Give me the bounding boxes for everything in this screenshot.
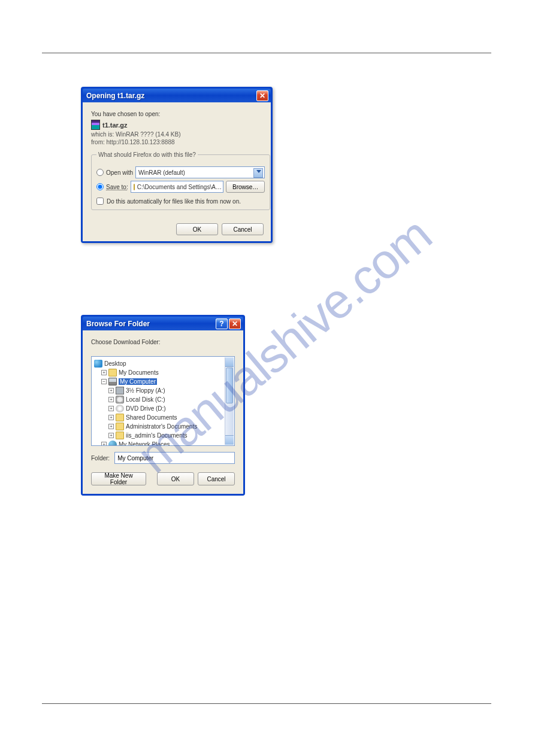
cancel-button[interactable]: Cancel [198,472,235,485]
ok-button[interactable]: OK [157,472,194,485]
save-to-label: Save to: [106,184,128,190]
folder-icon [108,369,117,377]
tree-item-iis[interactable]: + iis_admin's Documents [94,431,234,440]
folder-icon [134,184,135,190]
browse-button[interactable]: Browse… [226,181,265,193]
browse-dialog-footer: Make New Folder OK Cancel [91,472,235,485]
tree-label: Shared Documents [126,414,177,421]
top-rule [42,53,491,53]
close-icon[interactable]: ✕ [229,318,241,329]
tree-label: DVD Drive (D:) [126,405,166,412]
rar-archive-icon [91,120,100,130]
tree-item-network[interactable]: + My Network Places [94,440,234,446]
auto-checkbox[interactable] [96,198,104,205]
save-to-path[interactable]: C:\Documents and Settings\A… [131,181,223,193]
close-icon[interactable]: ✕ [256,90,268,101]
chosen-text: You have chosen to open: [91,111,262,117]
tree-label: Desktop [104,360,126,367]
folder-name-row: Folder: [91,452,235,464]
bottom-rule [42,703,491,704]
opening-dialog-body: You have chosen to open: t1.tar.gz which… [83,102,271,217]
tree-label: 3½ Floppy (A:) [126,387,165,394]
folder-icon [116,432,124,439]
open-with-radio[interactable] [96,169,104,176]
tree-label: iis_admin's Documents [126,432,188,439]
dvd-icon [116,405,124,412]
cancel-button[interactable]: Cancel [222,223,264,235]
opening-dialog: Opening t1.tar.gz ✕ You have chosen to o… [81,87,273,243]
action-fieldset: What should Firefox do with this file? O… [91,151,270,210]
tree-item-shared[interactable]: + Shared Documents [94,413,234,422]
tree-item-dvd[interactable]: + DVD Drive (D:) [94,404,234,413]
expand-icon[interactable]: + [108,433,114,438]
expand-icon[interactable]: + [108,424,114,429]
folder-tree[interactable]: Desktop + My Documents − My Computer + 3… [91,356,235,446]
folder-input[interactable] [114,452,235,464]
expand-icon[interactable]: + [108,388,114,393]
tree-label: My Documents [119,369,159,376]
tree-item-admin[interactable]: + Administrator's Documents [94,422,234,431]
disk-icon [116,396,124,403]
tree-label: My Computer [119,378,157,385]
browse-dialog-title: Browse For Folder [86,320,216,328]
expand-icon[interactable]: + [108,397,114,402]
tree-item-floppy[interactable]: + 3½ Floppy (A:) [94,386,234,395]
expand-icon[interactable]: + [108,415,114,420]
help-icon[interactable]: ? [216,318,228,329]
folder-label: Folder: [91,455,110,462]
which-is-text: which is: WinRAR ???? (14.4 KB) [91,131,262,138]
browse-folder-dialog: Browse For Folder ? ✕ Choose Download Fo… [81,315,245,496]
browse-dialog-body: Choose Download Folder: Desktop + My Doc… [83,330,243,494]
tree-item-localdisk[interactable]: + Local Disk (C:) [94,395,234,404]
save-to-radio[interactable] [96,183,104,190]
opening-dialog-titlebar[interactable]: Opening t1.tar.gz ✕ [83,89,271,102]
from-text: from: http://10.128.10.123:8888 [91,139,262,145]
folder-icon [116,414,124,421]
open-with-value: WinRAR (default) [138,169,185,176]
tree-item-desktop[interactable]: Desktop [94,359,234,368]
action-legend: What should Firefox do with this file? [96,151,198,158]
expand-icon[interactable]: + [108,406,114,411]
open-with-combo[interactable]: WinRAR (default) [135,166,265,178]
tree-scrollbar[interactable] [225,357,234,445]
browse-dialog-titlebar[interactable]: Browse For Folder ? ✕ [83,317,243,330]
auto-row: Do this automatically for files like thi… [96,198,265,205]
filename-row: t1.tar.gz [91,120,262,130]
floppy-icon [116,387,124,394]
collapse-icon[interactable]: − [101,379,107,384]
browse-subtitle: Choose Download Folder: [91,339,235,345]
make-new-folder-button[interactable]: Make New Folder [91,472,146,485]
open-with-label: Open with [106,169,133,176]
network-icon [108,441,117,446]
computer-icon [108,378,117,385]
opening-dialog-footer: OK Cancel [83,217,271,241]
tree-label: Administrator's Documents [126,423,197,430]
chevron-down-icon [256,170,261,173]
opening-dialog-title: Opening t1.tar.gz [86,92,256,100]
filename-text: t1.tar.gz [102,122,128,129]
tree-item-mydocs[interactable]: + My Documents [94,368,234,377]
save-to-row: Save to: C:\Documents and Settings\A… Br… [96,181,265,193]
expand-icon[interactable]: + [101,442,107,446]
open-with-row: Open with WinRAR (default) [96,166,265,178]
auto-label: Do this automatically for files like thi… [107,198,241,205]
tree-label: My Network Places [119,441,170,446]
tree-label: Local Disk (C:) [126,396,165,403]
desktop-icon [94,360,102,368]
folder-icon [116,423,124,430]
save-to-value: C:\Documents and Settings\A… [137,184,222,190]
expand-icon[interactable]: + [101,370,107,375]
ok-button[interactable]: OK [176,223,218,235]
tree-item-mycomputer[interactable]: − My Computer [94,377,234,386]
